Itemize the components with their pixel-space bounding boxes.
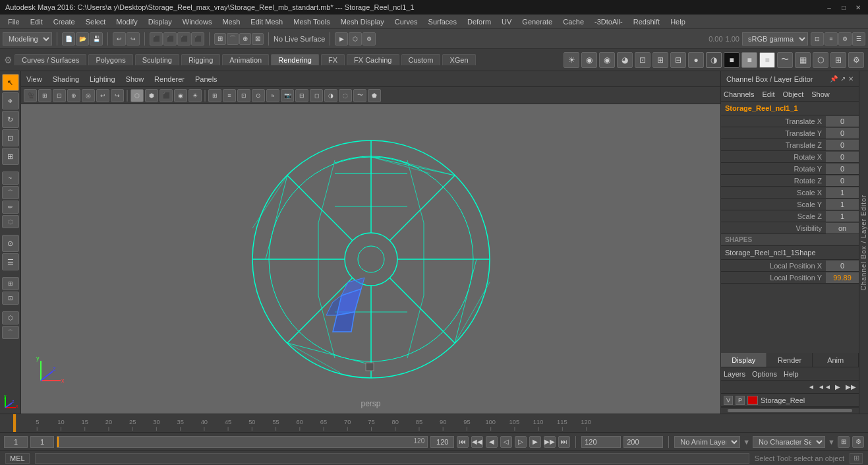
- history-button[interactable]: ☰: [2, 253, 19, 270]
- cb-attr-value-lpx[interactable]: [826, 261, 859, 271]
- panel-expand-button[interactable]: ↗: [840, 75, 846, 82]
- cb-attr-value-vis[interactable]: [826, 223, 859, 233]
- layer-menu-layers[interactable]: Layers: [724, 370, 745, 378]
- vp-mb-button[interactable]: 〜: [353, 89, 366, 102]
- status-icon-button[interactable]: ⊞: [850, 453, 863, 464]
- move-tool-button[interactable]: ✥: [2, 92, 19, 109]
- curve-button[interactable]: ⌒: [2, 326, 19, 339]
- vp-bg-button[interactable]: ◻: [310, 89, 323, 102]
- outliner-toggle[interactable]: ☰: [852, 32, 865, 46]
- cb-menu-edit[interactable]: Edit: [762, 90, 774, 98]
- shelf-icon-display3[interactable]: ⊟: [670, 52, 686, 68]
- redo-button[interactable]: ↪: [127, 32, 140, 46]
- panel-pin-button[interactable]: 📌: [830, 75, 838, 82]
- shelf-icon-render1[interactable]: ▦: [795, 52, 811, 68]
- cb-attr-value-tx[interactable]: [826, 116, 859, 127]
- menu-edit[interactable]: Edit: [25, 16, 48, 27]
- no-char-set-select[interactable]: No Character Set: [753, 436, 825, 448]
- layer-back-button[interactable]: ◄◄: [819, 382, 830, 392]
- vp-axis-button[interactable]: ⊡: [237, 89, 250, 102]
- vp-camera-button[interactable]: 🎥: [24, 89, 37, 102]
- menu-deform[interactable]: Deform: [462, 16, 496, 27]
- cb-menu-channels[interactable]: Channels: [724, 90, 754, 98]
- layer-scrollbar[interactable]: [721, 407, 859, 414]
- viewport[interactable]: View Shading Lighting Show Renderer Pane…: [21, 71, 720, 414]
- maximize-button[interactable]: □: [839, 3, 848, 12]
- hierarchy-mode-button[interactable]: ⬛: [163, 32, 177, 46]
- paint-tool-button[interactable]: ✏: [2, 201, 19, 214]
- panel-close-button[interactable]: ✕: [848, 75, 854, 82]
- component-mode-button[interactable]: ⬛: [191, 32, 204, 46]
- vp-wireframe-button[interactable]: ⬡: [130, 89, 144, 102]
- color-space-select[interactable]: sRGB gamma: [742, 32, 808, 46]
- vp-menu-view[interactable]: View: [26, 75, 42, 83]
- menu-generate[interactable]: Generate: [517, 16, 558, 27]
- layer-scrollbar-thumb[interactable]: [728, 409, 852, 412]
- shelf-icon-render2[interactable]: ⬡: [813, 52, 828, 68]
- cb-attr-value-rx[interactable]: [826, 152, 859, 162]
- snap-together-button[interactable]: ⊡: [2, 292, 19, 305]
- vp-menu-show[interactable]: Show: [126, 75, 144, 83]
- viewport-canvas[interactable]: x y z persp: [21, 104, 720, 414]
- menu-mesh-display[interactable]: Mesh Display: [335, 16, 390, 27]
- shelf-icon-sun[interactable]: ☀: [564, 52, 579, 68]
- menu-modify[interactable]: Modify: [111, 16, 142, 27]
- universal-manip-button[interactable]: ⊞: [2, 148, 19, 165]
- playback-speed-button[interactable]: ⚙: [852, 436, 864, 448]
- anim-max-input[interactable]: [623, 436, 663, 448]
- cb-attr-value-lpy[interactable]: [826, 272, 859, 283]
- cb-attr-value-tz[interactable]: [826, 140, 859, 150]
- lasso-tool-button[interactable]: ⌒: [2, 186, 19, 199]
- cb-attr-value-sz[interactable]: [826, 211, 859, 222]
- shelf-tab-xgen[interactable]: XGen: [442, 54, 475, 65]
- menu-help[interactable]: Help: [665, 16, 691, 27]
- shelf-icon-render3[interactable]: ⊞: [830, 52, 846, 68]
- dope-sheet-button[interactable]: ⊞: [838, 436, 850, 448]
- menu-select[interactable]: Select: [80, 16, 111, 27]
- vp-menu-panels[interactable]: Panels: [195, 75, 217, 83]
- vp-snap-button[interactable]: ⊕: [67, 89, 80, 102]
- shelf-tab-fx-caching[interactable]: FX Caching: [347, 54, 399, 65]
- start-frame-input[interactable]: [30, 436, 54, 448]
- shelf-icon-light1[interactable]: ◉: [581, 52, 597, 68]
- current-frame-input[interactable]: [4, 436, 28, 448]
- vp-ncloth-button[interactable]: ≈: [266, 89, 279, 102]
- ipr-render-button[interactable]: ⬡: [349, 32, 362, 46]
- layer-new-button[interactable]: ◄: [806, 382, 817, 392]
- vp-layout-button[interactable]: ⊞: [38, 89, 51, 102]
- shelf-icon-display1[interactable]: ⊡: [635, 52, 651, 68]
- menu-curves[interactable]: Curves: [390, 16, 423, 27]
- menu-redshift[interactable]: Redshift: [628, 16, 665, 27]
- menu-uv[interactable]: UV: [496, 16, 517, 27]
- snap-surface-button[interactable]: ⊠: [252, 33, 264, 45]
- menu-mesh-tools[interactable]: Mesh Tools: [288, 16, 335, 27]
- step-fwd2-button[interactable]: ▶▶: [544, 436, 556, 448]
- shelf-tab-curves-surfaces[interactable]: Curves / Surfaces: [14, 54, 86, 65]
- go-end-button[interactable]: ⏭: [558, 436, 570, 448]
- shelf-tab-sculpting[interactable]: Sculpting: [135, 54, 179, 65]
- vp-solid-button[interactable]: ⬢: [145, 89, 158, 102]
- undo-button[interactable]: ↩: [113, 32, 126, 46]
- layer-v-button[interactable]: V: [724, 396, 733, 405]
- play-fwd-button[interactable]: ▷: [515, 436, 527, 448]
- anim-end-input[interactable]: [581, 436, 621, 448]
- menu-file[interactable]: File: [3, 16, 25, 27]
- rotate-tool-button[interactable]: ↻: [2, 111, 19, 128]
- play-back-button[interactable]: ◁: [500, 436, 512, 448]
- shelf-icon-settings[interactable]: ⚙: [848, 52, 864, 68]
- cb-attr-value-ry[interactable]: [826, 164, 859, 174]
- shelf-tab-fx[interactable]: FX: [321, 54, 345, 65]
- tab-display[interactable]: Display: [721, 353, 767, 367]
- step-back-button[interactable]: ◀◀: [471, 436, 483, 448]
- shelf-icon-display2[interactable]: ⊞: [652, 52, 668, 68]
- vp-redo-button[interactable]: ↪: [111, 89, 124, 102]
- layer-fwd-button[interactable]: ▶: [832, 382, 843, 392]
- soft-select-button[interactable]: ~: [2, 171, 19, 185]
- vp-camera2-button[interactable]: 📷: [281, 89, 294, 102]
- menu-surfaces[interactable]: Surfaces: [423, 16, 462, 27]
- shelf-icon-light3[interactable]: ◕: [617, 52, 633, 68]
- close-button[interactable]: ✕: [854, 3, 863, 12]
- layer-menu-help[interactable]: Help: [784, 370, 799, 378]
- tool-settings-toggle[interactable]: ⚙: [838, 32, 852, 46]
- vp-menu-renderer[interactable]: Renderer: [154, 75, 185, 83]
